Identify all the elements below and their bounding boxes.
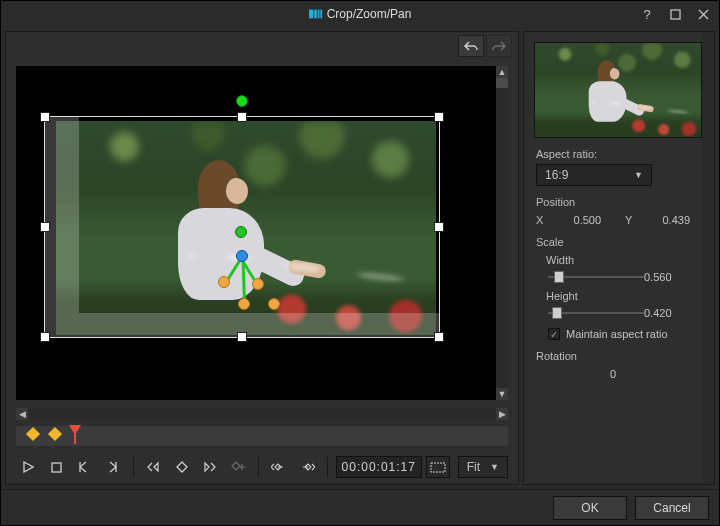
chevron-down-icon: ▼	[634, 170, 643, 180]
redo-button[interactable]	[486, 35, 512, 57]
aspect-ratio-value: 16:9	[545, 168, 568, 182]
maintain-aspect-label: Maintain aspect ratio	[566, 328, 668, 340]
preview-toolbar	[6, 32, 518, 60]
preview-hscroll[interactable]	[28, 409, 496, 419]
help-button[interactable]: ?	[635, 4, 659, 24]
chevron-down-icon: ▼	[490, 462, 499, 472]
position-y-label: Y	[625, 214, 637, 226]
aspect-ratio-label: Aspect ratio:	[536, 148, 690, 160]
add-keyframe-button[interactable]	[170, 455, 194, 479]
dialog-footer: OK Cancel	[1, 489, 719, 525]
svg-rect-0	[309, 10, 313, 19]
timecode-value: 00:00:01:17	[342, 460, 416, 474]
result-thumbnail	[534, 42, 702, 138]
position-x-label: X	[536, 214, 548, 226]
width-slider[interactable]	[548, 270, 644, 284]
copy-next-keyframe-button[interactable]	[295, 455, 319, 479]
playhead-stem	[74, 434, 76, 444]
svg-rect-3	[320, 10, 322, 19]
svg-rect-6	[431, 463, 445, 472]
close-button[interactable]	[691, 4, 715, 24]
next-frame-button[interactable]	[100, 455, 124, 479]
crop-handle-tc[interactable]	[237, 112, 247, 122]
rotation-value[interactable]: 0	[524, 368, 702, 380]
preview-viewport[interactable]: ▲ ▼	[16, 66, 508, 400]
crop-handle-bc[interactable]	[237, 332, 247, 342]
zoom-fit-select[interactable]: Fit ▼	[458, 456, 508, 478]
checkbox-box: ✓	[548, 328, 560, 340]
prev-keyframe-button[interactable]	[141, 455, 165, 479]
crop-handle-br[interactable]	[434, 332, 444, 342]
vscroll-thumb[interactable]	[496, 78, 508, 88]
app-icon	[309, 8, 323, 20]
maximize-button[interactable]	[663, 4, 687, 24]
properties-vscroll[interactable]	[702, 32, 714, 484]
hscroll-left-arrow[interactable]: ◀	[16, 408, 28, 420]
keyframe-marker[interactable]	[26, 427, 40, 441]
titlebar: Crop/Zoom/Pan ?	[1, 1, 719, 27]
vscroll-down-arrow[interactable]: ▼	[496, 388, 508, 400]
width-label: Width	[546, 254, 690, 266]
undo-button[interactable]	[458, 35, 484, 57]
window-title: Crop/Zoom/Pan	[309, 7, 412, 21]
keyframe-timeline[interactable]	[16, 426, 508, 446]
cancel-button[interactable]: Cancel	[635, 496, 709, 520]
preview-hscroll-row: ◀ ▶	[6, 406, 518, 422]
height-slider[interactable]	[548, 306, 644, 320]
position-y-value[interactable]: 0.439	[645, 214, 690, 226]
keyframe-marker[interactable]	[48, 427, 62, 441]
crop-handle-tr[interactable]	[434, 112, 444, 122]
vscroll-up-arrow[interactable]: ▲	[496, 66, 508, 78]
position-x-value[interactable]: 0.500	[556, 214, 601, 226]
window-title-text: Crop/Zoom/Pan	[327, 7, 412, 21]
crop-dim-overlay	[45, 117, 79, 337]
prev-frame-button[interactable]	[72, 455, 96, 479]
preview-vscroll[interactable]: ▲ ▼	[496, 66, 508, 400]
svg-rect-5	[52, 463, 61, 472]
svg-rect-1	[314, 10, 317, 19]
crop-handle-tl[interactable]	[40, 112, 50, 122]
maintain-aspect-checkbox[interactable]: ✓ Maintain aspect ratio	[548, 328, 690, 340]
height-label: Height	[546, 290, 690, 302]
properties-panel: Aspect ratio: 16:9 ▼ Position X 0.500 Y …	[523, 31, 715, 485]
svg-rect-2	[317, 10, 319, 19]
rotation-handle[interactable]	[236, 95, 248, 107]
next-keyframe-button[interactable]	[198, 455, 222, 479]
crop-handle-ml[interactable]	[40, 222, 50, 232]
add-keyframe-plus-button[interactable]	[226, 455, 250, 479]
stop-button[interactable]	[44, 455, 68, 479]
hscroll-right-arrow[interactable]: ▶	[496, 408, 508, 420]
preview-panel: ▲ ▼ ◀ ▶	[5, 31, 519, 485]
transport-bar: 00:00:01:17 Fit ▼	[6, 450, 518, 484]
crop-handle-mr[interactable]	[434, 222, 444, 232]
ok-button[interactable]: OK	[553, 496, 627, 520]
crop-rectangle[interactable]	[44, 116, 440, 338]
position-label: Position	[536, 196, 690, 208]
copy-prev-keyframe-button[interactable]	[267, 455, 291, 479]
svg-rect-4	[671, 10, 680, 19]
play-button[interactable]	[16, 455, 40, 479]
crop-handle-bl[interactable]	[40, 332, 50, 342]
zoom-fit-value: Fit	[467, 460, 480, 474]
crop-zoom-pan-dialog: Crop/Zoom/Pan ?	[0, 0, 720, 526]
timecode-display[interactable]: 00:00:01:17	[336, 456, 421, 478]
height-value[interactable]: 0.420	[644, 307, 688, 319]
crop-dim-overlay	[79, 313, 439, 337]
width-value[interactable]: 0.560	[644, 271, 688, 283]
rotation-label: Rotation	[536, 350, 690, 362]
main-area: ▲ ▼ ◀ ▶	[1, 27, 719, 489]
scale-label: Scale	[536, 236, 690, 248]
safe-zone-toggle[interactable]	[426, 456, 450, 478]
aspect-ratio-select[interactable]: 16:9 ▼	[536, 164, 652, 186]
